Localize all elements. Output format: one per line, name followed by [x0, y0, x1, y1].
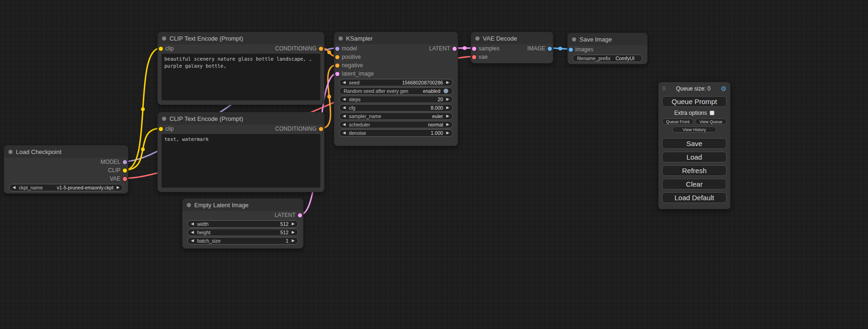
widget-width[interactable]: ◀ width 512 ▶ — [187, 220, 298, 228]
node-clip-text-encode-negative[interactable]: CLIP Text Encode (Prompt) clip CONDITION… — [157, 112, 325, 192]
widget-ckpt-name[interactable]: ◀ ckpt_name v1-5-pruned-emaonly.ckpt ▶ — [9, 184, 123, 191]
input-slot-latent-image[interactable] — [335, 72, 339, 76]
extra-options-checkbox[interactable] — [710, 111, 714, 115]
decrement-arrow-icon[interactable]: ◀ — [191, 239, 194, 243]
widget-height[interactable]: ◀ height 512 ▶ — [187, 229, 298, 236]
output-slot-model[interactable] — [123, 160, 127, 164]
node-load-checkpoint[interactable]: Load Checkpoint MODEL CLIP VAE ◀ ckpt_na… — [4, 145, 128, 194]
toggle-dot[interactable] — [444, 89, 448, 93]
collapse-dot[interactable] — [475, 36, 480, 41]
node-title-bar[interactable]: CLIP Text Encode (Prompt) — [158, 112, 324, 125]
widget-filename-prefix[interactable]: filename_prefix ComfyUI — [572, 55, 642, 62]
output-label-latent: LATENT — [429, 45, 450, 52]
output-slot-conditioning[interactable] — [319, 47, 323, 51]
increment-arrow-icon[interactable]: ▶ — [446, 106, 449, 110]
widget-batch-size[interactable]: ◀ batch_size 1 ▶ — [187, 237, 298, 245]
node-title: VAE Decode — [483, 35, 517, 42]
output-slot-clip[interactable] — [123, 168, 127, 173]
increment-arrow-icon[interactable]: ▶ — [446, 114, 449, 118]
input-slot-images[interactable] — [569, 48, 573, 52]
node-vae-decode[interactable]: VAE Decode samples IMAGE vae — [471, 32, 553, 63]
collapse-dot[interactable] — [339, 36, 343, 41]
link-midpoint-dot — [327, 50, 331, 54]
output-slot-conditioning[interactable] — [319, 127, 323, 131]
prompt-textarea[interactable]: beautiful scenery nature glass bottle la… — [162, 54, 320, 100]
clear-button[interactable]: Clear — [662, 179, 727, 189]
decrement-arrow-icon[interactable]: ◀ — [191, 231, 194, 234]
node-ksampler[interactable]: KSampler model LATENT positive negative … — [334, 32, 458, 146]
collapse-dot[interactable] — [162, 117, 166, 121]
input-slot-clip[interactable] — [159, 47, 163, 51]
increment-arrow-icon[interactable]: ▶ — [446, 81, 449, 84]
decrement-arrow-icon[interactable]: ◀ — [343, 106, 346, 110]
settings-gear-icon[interactable]: ⚙ — [720, 85, 727, 92]
decrement-arrow-icon[interactable]: ◀ — [343, 123, 346, 126]
collapse-dot[interactable] — [187, 203, 191, 207]
view-history-button[interactable]: View History — [672, 126, 716, 133]
input-label-clip: clip — [165, 126, 174, 132]
input-slot-samples[interactable] — [472, 47, 476, 51]
view-queue-button[interactable]: View Queue — [695, 119, 727, 125]
save-button[interactable]: Save — [662, 138, 727, 149]
queue-prompt-button[interactable]: Queue Prompt — [662, 96, 727, 107]
extra-options-label: Extra options — [674, 110, 707, 116]
increment-arrow-icon[interactable]: ▶ — [292, 231, 295, 234]
node-title-bar[interactable]: Load Checkpoint — [4, 146, 128, 158]
node-title-bar[interactable]: KSampler — [334, 32, 458, 44]
input-label-images: images — [575, 46, 593, 53]
decrement-arrow-icon[interactable]: ◀ — [343, 131, 346, 135]
load-button[interactable]: Load — [662, 152, 727, 162]
node-save-image[interactable]: Save Image images filename_prefix ComfyU… — [567, 33, 648, 64]
input-slot-vae[interactable] — [472, 55, 476, 59]
input-slot-model[interactable] — [335, 47, 339, 51]
link-midpoint-dot — [141, 107, 145, 111]
widget-seed-control[interactable]: Random seed after every gen enabled — [339, 87, 453, 95]
input-slot-clip[interactable] — [159, 127, 163, 131]
input-label-positive: positive — [342, 54, 361, 60]
widget-sampler-name[interactable]: ◀ sampler_name euler ▶ — [339, 112, 453, 120]
output-slot-image[interactable] — [548, 47, 552, 51]
node-empty-latent-image[interactable]: Empty Latent Image LATENT ◀ width 512 ▶ … — [182, 198, 303, 249]
output-slot-vae[interactable] — [123, 177, 127, 181]
prompt-textarea[interactable]: text, watermark — [162, 134, 320, 188]
node-title-bar[interactable]: Empty Latent Image — [183, 199, 303, 211]
input-label-negative: negative — [342, 62, 363, 69]
node-clip-text-encode-positive[interactable]: CLIP Text Encode (Prompt) clip CONDITION… — [157, 32, 325, 105]
widget-scheduler[interactable]: ◀ scheduler normal ▶ — [339, 121, 453, 128]
collapse-dot[interactable] — [572, 37, 576, 42]
increment-arrow-icon[interactable]: ▶ — [446, 98, 449, 101]
decrement-arrow-icon[interactable]: ◀ — [343, 98, 346, 101]
node-title: CLIP Text Encode (Prompt) — [169, 35, 243, 42]
increment-arrow-icon[interactable]: ▶ — [292, 239, 295, 243]
graph-canvas[interactable]: Load Checkpoint MODEL CLIP VAE ◀ ckpt_na… — [0, 0, 868, 329]
input-label-latent-image: latent_image — [342, 70, 374, 77]
decrement-arrow-icon[interactable]: ◀ — [13, 186, 15, 189]
widget-seed[interactable]: ◀ seed 156680208700286 ▶ — [339, 79, 453, 86]
widget-steps[interactable]: ◀ steps 20 ▶ — [339, 96, 453, 103]
node-title: CLIP Text Encode (Prompt) — [169, 115, 243, 122]
widget-cfg[interactable]: ◀ cfg 8.000 ▶ — [339, 104, 453, 112]
refresh-button[interactable]: Refresh — [662, 165, 727, 176]
increment-arrow-icon[interactable]: ▶ — [446, 123, 449, 126]
collapse-dot[interactable] — [162, 36, 166, 41]
collapse-dot[interactable] — [8, 150, 13, 154]
decrement-arrow-icon[interactable]: ◀ — [343, 81, 346, 84]
node-title-bar[interactable]: CLIP Text Encode (Prompt) — [158, 32, 324, 44]
node-title-bar[interactable]: Save Image — [568, 33, 647, 45]
link-midpoint-dot — [327, 95, 331, 98]
increment-arrow-icon[interactable]: ▶ — [117, 186, 120, 189]
queue-front-button[interactable]: Queue Front — [662, 119, 693, 125]
output-slot-latent[interactable] — [452, 47, 457, 51]
node-title: Save Image — [579, 36, 612, 43]
decrement-arrow-icon[interactable]: ◀ — [343, 114, 346, 118]
load-default-button[interactable]: Load Default — [662, 192, 727, 203]
widget-denoise[interactable]: ◀ denoise 1.000 ▶ — [339, 129, 453, 137]
drag-handle-icon[interactable]: ⠿ — [662, 86, 666, 92]
output-slot-latent[interactable] — [298, 213, 302, 217]
increment-arrow-icon[interactable]: ▶ — [446, 131, 449, 135]
input-slot-negative[interactable] — [335, 63, 339, 68]
input-slot-positive[interactable] — [335, 55, 339, 59]
increment-arrow-icon[interactable]: ▶ — [292, 222, 295, 226]
decrement-arrow-icon[interactable]: ◀ — [191, 222, 194, 226]
node-title-bar[interactable]: VAE Decode — [471, 32, 553, 44]
